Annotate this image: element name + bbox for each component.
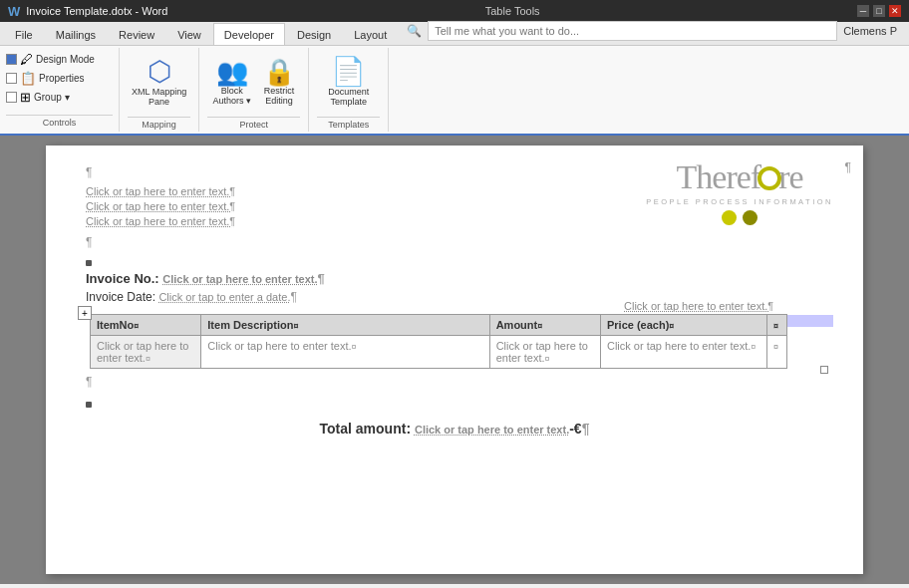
xml-mapping-icon: ⬡ bbox=[148, 58, 171, 86]
design-mode-checkbox[interactable] bbox=[6, 54, 17, 65]
properties-checkbox[interactable] bbox=[6, 73, 17, 84]
after-table-para-mark: ¶ bbox=[86, 375, 823, 389]
search-input[interactable] bbox=[428, 21, 837, 41]
ribbon-group-protect: 👥 BlockAuthors ▾ 🔒 RestrictEditing Prote… bbox=[199, 48, 309, 132]
group-label: Group ▾ bbox=[34, 92, 70, 103]
ribbon-tabs: File Mailings Review View Developer Desi… bbox=[0, 22, 909, 46]
invoice-table: ItemNo¤ Item Description¤ Amount¤ Price … bbox=[90, 314, 787, 369]
templates-group-label: Templates bbox=[317, 117, 380, 130]
invoice-date-value[interactable]: Click or tap to enter a date. bbox=[158, 291, 290, 303]
word-icon: W bbox=[8, 4, 20, 19]
logo-dots bbox=[646, 210, 833, 225]
page: Therefre PEOPLE PROCESS INFORMATION ¶ ¶ … bbox=[46, 146, 863, 574]
table-resize-handle[interactable] bbox=[820, 366, 828, 374]
properties-icon: 📋 bbox=[20, 71, 36, 86]
properties-row: 📋 Properties bbox=[6, 71, 85, 86]
design-mode-icon: 🖊 bbox=[20, 52, 33, 67]
ribbon-group-mapping: ⬡ XML MappingPane Mapping bbox=[120, 48, 199, 132]
tab-view[interactable]: View bbox=[166, 23, 212, 45]
table-row: Click or tap here to enter text.¤ Click … bbox=[91, 336, 787, 369]
cell-extra: ¤ bbox=[766, 336, 786, 369]
logo-area: Therefre PEOPLE PROCESS INFORMATION bbox=[646, 160, 833, 225]
properties-label: Properties bbox=[39, 73, 85, 84]
protect-group-label: Protect bbox=[207, 117, 300, 130]
mapping-group-label: Mapping bbox=[128, 117, 190, 130]
col-extra: ¤ bbox=[766, 315, 786, 336]
block-authors-icon: 👥 bbox=[216, 59, 248, 85]
total-line: Total amount: Click or tap here to enter… bbox=[86, 421, 823, 437]
right-placeholder-1[interactable]: Click or tap here to enter text.¶ bbox=[624, 300, 833, 312]
ribbon-group-controls: 🖊 Design Mode 📋 Properties ⊞ Group ▾ Con… bbox=[0, 48, 120, 132]
xml-mapping-pane-button[interactable]: ⬡ XML MappingPane bbox=[128, 56, 190, 109]
col-header-price: Price (each)¤ bbox=[600, 315, 766, 336]
document-area: Therefre PEOPLE PROCESS INFORMATION ¶ ¶ … bbox=[0, 136, 909, 584]
cell-itemno[interactable]: Click or tap here to enter text.¤ bbox=[91, 336, 201, 369]
invoice-date-label: Invoice Date: bbox=[86, 290, 158, 304]
group-row: ⊞ Group ▾ bbox=[6, 90, 70, 105]
ribbon-group-templates: 📄 DocumentTemplate Templates bbox=[309, 48, 389, 132]
invoice-no-value[interactable]: Click or tap here to enter text. bbox=[162, 273, 317, 285]
restrict-editing-button[interactable]: 🔒 RestrictEditing bbox=[259, 57, 299, 108]
total-label: Total amount: bbox=[320, 421, 415, 437]
cell-description[interactable]: Click or tap here to enter text.¤ bbox=[201, 336, 489, 369]
table-container: + ItemNo¤ Item Description¤ Amount¤ Pric… bbox=[90, 314, 823, 369]
search-bar: 🔍 Clemens P bbox=[399, 17, 905, 45]
tab-layout[interactable]: Layout bbox=[343, 23, 398, 45]
tab-review[interactable]: Review bbox=[108, 23, 165, 45]
close-button[interactable]: ✕ bbox=[889, 5, 901, 17]
maximize-button[interactable]: □ bbox=[873, 5, 885, 17]
minimize-button[interactable]: ─ bbox=[857, 5, 869, 17]
controls-group-label: Controls bbox=[6, 115, 113, 128]
col-header-amount: Amount¤ bbox=[489, 315, 600, 336]
logo-subtitle: PEOPLE PROCESS INFORMATION bbox=[646, 197, 833, 206]
col-header-itemno: ItemNo¤ bbox=[91, 315, 201, 336]
logo-dot-yellow bbox=[722, 210, 737, 225]
restrict-editing-icon: 🔒 bbox=[263, 59, 295, 85]
table-tools-label: Table Tools bbox=[485, 5, 540, 17]
mid-para-mark: ¶ bbox=[86, 235, 823, 249]
design-mode-label: Design Mode bbox=[36, 54, 95, 65]
logo-o-circle bbox=[758, 166, 781, 190]
group-icon: ⊞ bbox=[20, 90, 31, 105]
group-checkbox[interactable] bbox=[6, 92, 17, 103]
bullet-mark bbox=[86, 260, 92, 266]
col-header-description: Item Description¤ bbox=[201, 315, 489, 336]
document-template-button[interactable]: 📄 DocumentTemplate bbox=[324, 56, 373, 109]
tab-design[interactable]: Design bbox=[286, 23, 342, 45]
document-title: Invoice Template.dotx - Word bbox=[26, 5, 167, 17]
add-row-button[interactable]: + bbox=[78, 306, 92, 320]
para-mark-top-right: ¶ bbox=[845, 160, 851, 174]
cell-amount[interactable]: Click or tap here to enter text.¤ bbox=[489, 336, 600, 369]
search-icon: 🔍 bbox=[407, 24, 422, 38]
invoice-no-line: Invoice No.: Click or tap here to enter … bbox=[86, 271, 823, 286]
logo-dot-olive bbox=[743, 210, 758, 225]
total-value[interactable]: Click or tap here to enter text. bbox=[415, 424, 569, 436]
block-authors-button[interactable]: 👥 BlockAuthors ▾ bbox=[208, 57, 255, 108]
total-currency: -€ bbox=[569, 421, 581, 437]
design-mode-row: 🖊 Design Mode bbox=[6, 52, 95, 67]
tab-file[interactable]: File bbox=[4, 23, 44, 45]
tab-mailings[interactable]: Mailings bbox=[45, 23, 107, 45]
logo-text: Therefre bbox=[646, 160, 833, 194]
tab-developer[interactable]: Developer bbox=[213, 23, 285, 45]
cell-price[interactable]: Click or tap here to enter text.¤ bbox=[600, 336, 766, 369]
user-name: Clemens P bbox=[843, 25, 897, 37]
document-template-icon: 📄 bbox=[331, 58, 366, 86]
ribbon: 🖊 Design Mode 📋 Properties ⊞ Group ▾ Con… bbox=[0, 46, 909, 136]
invoice-no-label: Invoice No.: bbox=[86, 271, 162, 286]
bullet-mark-2 bbox=[86, 402, 92, 408]
